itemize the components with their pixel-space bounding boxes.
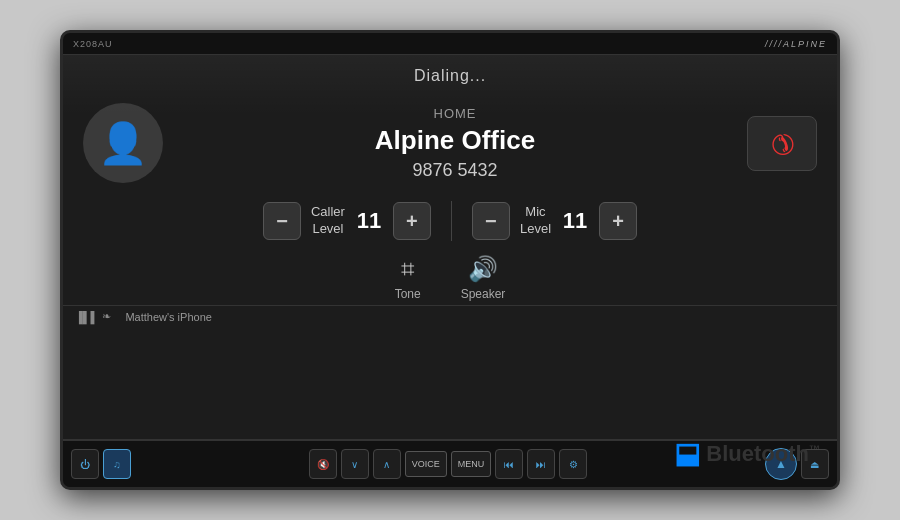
bluetooth-badge: ⬓ Bluetooth™ <box>674 437 820 470</box>
tone-button[interactable]: ⌗ Tone <box>395 255 421 301</box>
tone-label: Tone <box>395 287 421 301</box>
next-track-button[interactable]: ⏭ <box>527 449 555 479</box>
mute-button[interactable]: 🔇 <box>309 449 337 479</box>
mic-level-minus-button[interactable]: − <box>472 202 510 240</box>
bluetooth-icon: ⬓ <box>674 437 700 470</box>
prev-track-button[interactable]: ⏮ <box>495 449 523 479</box>
dialing-status: Dialing... <box>63 55 837 93</box>
chevron-up-button[interactable]: ∧ <box>373 449 401 479</box>
screen: Dialing... 👤 HOME Alpine Office 9876 543… <box>63 55 837 439</box>
plus-icon: + <box>612 210 624 233</box>
plus-icon: + <box>406 210 418 233</box>
contact-info: HOME Alpine Office 9876 5432 <box>193 106 717 181</box>
settings-button[interactable]: ⚙ <box>559 449 587 479</box>
model-label: X208AU <box>73 39 113 49</box>
status-bar: ▐▌▌ ❧ Matthew's iPhone <box>63 305 837 327</box>
status-icons: ▐▌▌ ❧ <box>75 310 111 323</box>
speaker-button[interactable]: 🔊 Speaker <box>461 255 506 301</box>
caller-level-plus-button[interactable]: + <box>393 202 431 240</box>
music-button[interactable]: ♫ <box>103 449 131 479</box>
contact-avatar: 👤 <box>83 103 163 183</box>
brand-label: ////ALPINE <box>765 39 827 49</box>
contact-number: 9876 5432 <box>193 160 717 181</box>
connected-device-name: Matthew's iPhone <box>125 311 211 323</box>
caller-level-group: − Caller Level 11 + <box>263 202 431 240</box>
minus-icon: − <box>485 210 497 233</box>
chevron-down-button[interactable]: ∨ <box>341 449 369 479</box>
top-bar: X208AU ////ALPINE <box>63 33 837 55</box>
level-controls: − Caller Level 11 + − <box>63 193 837 249</box>
end-call-icon: ✆ <box>762 123 802 163</box>
level-divider <box>451 201 452 241</box>
bluetooth-label: Bluetooth™ <box>706 441 820 467</box>
trademark-symbol: ™ <box>809 442 820 454</box>
contact-type: HOME <box>193 106 717 121</box>
mic-level-plus-button[interactable]: + <box>599 202 637 240</box>
mic-level-label: Mic Level <box>520 204 551 238</box>
signal-icon: ❧ <box>102 310 111 323</box>
end-call-button[interactable]: ✆ <box>747 116 817 171</box>
speaker-label: Speaker <box>461 287 506 301</box>
mic-level-value: 11 <box>561 208 589 234</box>
caller-level-value: 11 <box>355 208 383 234</box>
controls-left: ⏻ ♫ <box>71 449 131 479</box>
voice-button[interactable]: VOICE <box>405 451 447 477</box>
speaker-icon: 🔊 <box>468 255 498 283</box>
battery-icon: ▐▌▌ <box>75 311 98 323</box>
contact-name: Alpine Office <box>193 125 717 156</box>
person-icon: 👤 <box>98 120 148 167</box>
call-info-area: 👤 HOME Alpine Office 9876 5432 ✆ <box>63 93 837 193</box>
caller-level-minus-button[interactable]: − <box>263 202 301 240</box>
menu-button[interactable]: MENU <box>451 451 492 477</box>
minus-icon: − <box>276 210 288 233</box>
car-unit: X208AU ////ALPINE Dialing... 👤 HOME Alpi… <box>60 30 840 490</box>
keypad-icon: ⌗ <box>401 255 415 283</box>
mic-level-group: − Mic Level 11 + <box>472 202 637 240</box>
power-button[interactable]: ⏻ <box>71 449 99 479</box>
caller-level-label: Caller Level <box>311 204 345 238</box>
controls-center: 🔇 ∨ ∧ VOICE MENU ⏮ ⏭ ⚙ <box>309 449 588 479</box>
function-buttons: ⌗ Tone 🔊 Speaker <box>63 249 837 305</box>
